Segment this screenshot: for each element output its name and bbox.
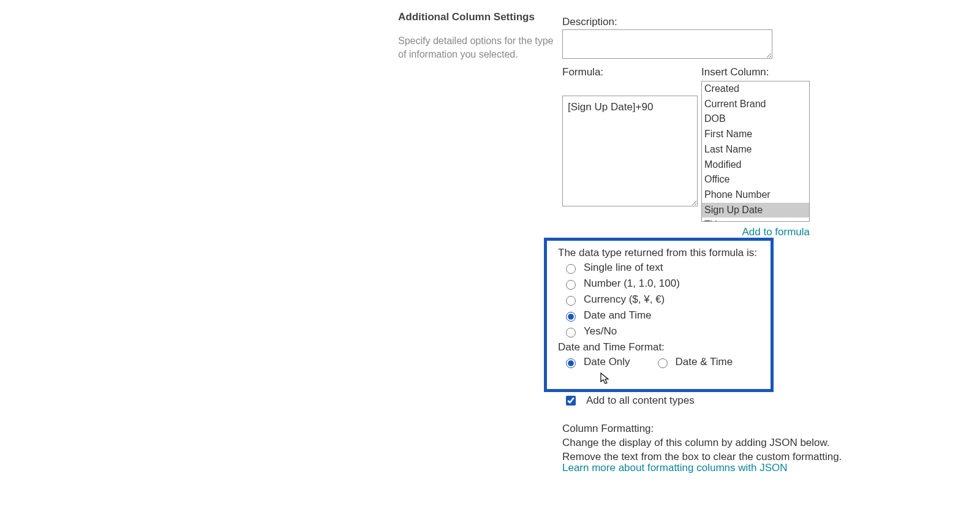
data-type-datetime-radio[interactable] bbox=[566, 312, 576, 322]
add-content-types-label: Add to all content types bbox=[586, 395, 695, 407]
formula-input[interactable] bbox=[562, 96, 698, 206]
insert-column-option[interactable]: Office bbox=[702, 172, 809, 187]
data-type-currency-label: Currency ($, ¥, €) bbox=[584, 293, 665, 306]
insert-column-listbox[interactable]: CreatedCurrent BrandDOBFirst NameLast Na… bbox=[701, 81, 810, 222]
insert-column-option[interactable]: Phone Number bbox=[702, 187, 809, 203]
insert-column-option[interactable]: Last Name bbox=[702, 142, 809, 157]
learn-more-link[interactable]: Learn more about formatting columns with… bbox=[562, 462, 788, 474]
data-type-label: The data type returned from this formula… bbox=[558, 247, 760, 259]
column-formatting-label: Column Formatting: bbox=[562, 423, 654, 435]
data-type-number-radio[interactable] bbox=[566, 280, 576, 290]
description-label: Description: bbox=[562, 16, 617, 28]
data-type-datetime-label: Date and Time bbox=[584, 309, 652, 322]
insert-column-option[interactable]: DOB bbox=[702, 111, 809, 127]
insert-column-option[interactable]: Sign Up Date bbox=[702, 203, 809, 218]
data-type-yesno-label: Yes/No bbox=[584, 325, 617, 338]
insert-column-option[interactable]: Created bbox=[702, 81, 809, 97]
date-only-radio[interactable] bbox=[566, 358, 576, 368]
section-title: Additional Column Settings bbox=[398, 11, 535, 23]
add-to-formula-link[interactable]: Add to formula bbox=[701, 226, 810, 238]
date-time-radio[interactable] bbox=[658, 358, 668, 368]
insert-column-option[interactable]: Modified bbox=[702, 157, 809, 173]
add-content-types-checkbox[interactable] bbox=[566, 396, 576, 406]
date-format-label: Date and Time Format: bbox=[558, 341, 760, 353]
data-type-group: The data type returned from this formula… bbox=[544, 238, 774, 392]
data-type-yesno-radio[interactable] bbox=[566, 328, 576, 338]
section-help-text: Specify detailed options for the type of… bbox=[398, 34, 554, 61]
insert-column-option[interactable]: First Name bbox=[702, 127, 809, 142]
insert-column-option[interactable]: Title bbox=[702, 217, 809, 222]
formula-label: Formula: bbox=[562, 66, 603, 78]
data-type-text-radio[interactable] bbox=[566, 264, 576, 274]
date-only-label: Date Only bbox=[584, 356, 630, 368]
data-type-number-label: Number (1, 1.0, 100) bbox=[584, 278, 680, 290]
description-input[interactable] bbox=[562, 29, 772, 59]
insert-column-label: Insert Column: bbox=[701, 66, 769, 78]
data-type-currency-radio[interactable] bbox=[566, 296, 576, 306]
column-formatting-desc: Change the display of this column by add… bbox=[562, 436, 844, 464]
insert-column-option[interactable]: Current Brand bbox=[702, 97, 809, 112]
date-time-label: Date & Time bbox=[676, 356, 733, 368]
data-type-text-label: Single line of text bbox=[584, 262, 663, 274]
